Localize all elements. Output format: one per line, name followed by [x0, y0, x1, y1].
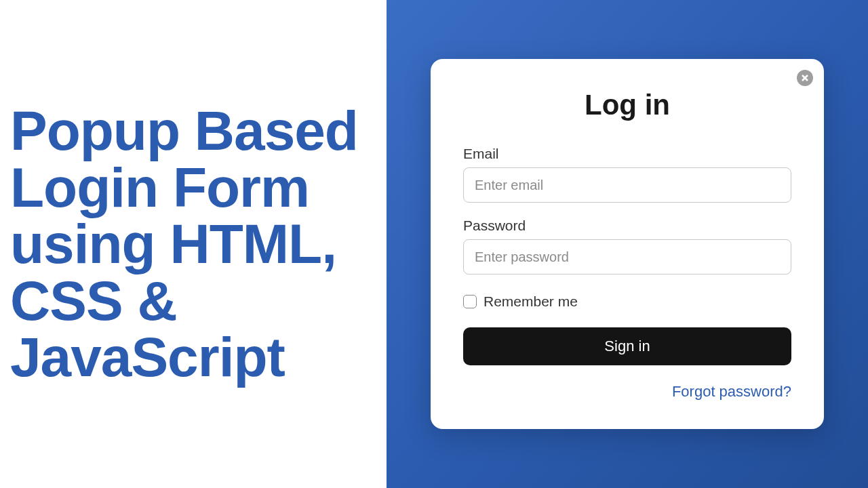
login-title: Log in: [463, 89, 791, 121]
password-label: Password: [463, 218, 791, 234]
signin-button[interactable]: Sign in: [463, 327, 791, 365]
email-field[interactable]: [463, 167, 791, 203]
password-group: Password: [463, 218, 791, 274]
remember-row: Remember me: [463, 293, 791, 310]
email-group: Email: [463, 146, 791, 203]
email-label: Email: [463, 146, 791, 162]
remember-checkbox[interactable]: [463, 295, 477, 308]
gradient-panel: Log in Email Password Remember me Sign i…: [387, 0, 868, 488]
login-popup: Log in Email Password Remember me Sign i…: [431, 59, 824, 429]
close-icon: [801, 74, 809, 82]
forgot-password-link[interactable]: Forgot password?: [463, 383, 791, 401]
remember-label: Remember me: [484, 293, 578, 310]
close-button[interactable]: [797, 70, 813, 86]
headline-text: Popup Based Login Form using HTML, CSS &…: [10, 102, 387, 386]
password-field[interactable]: [463, 239, 791, 274]
headline-panel: Popup Based Login Form using HTML, CSS &…: [0, 0, 387, 488]
